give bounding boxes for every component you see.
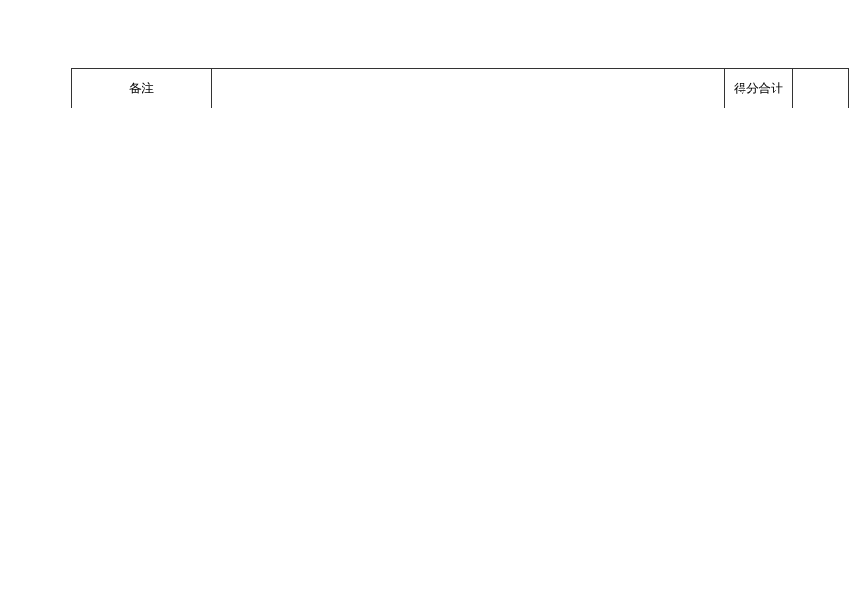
remarks-label-text: 备注 bbox=[129, 80, 154, 97]
total-score-label-text: 得分合计 bbox=[734, 80, 783, 97]
total-score-label-cell: 得分合计 bbox=[725, 68, 793, 108]
summary-row: 备注 得分合计 bbox=[71, 68, 849, 108]
total-score-value-cell bbox=[793, 68, 849, 108]
document-page: 备注 得分合计 bbox=[0, 0, 868, 614]
remarks-label-cell: 备注 bbox=[71, 68, 212, 108]
remarks-content-cell bbox=[212, 68, 725, 108]
